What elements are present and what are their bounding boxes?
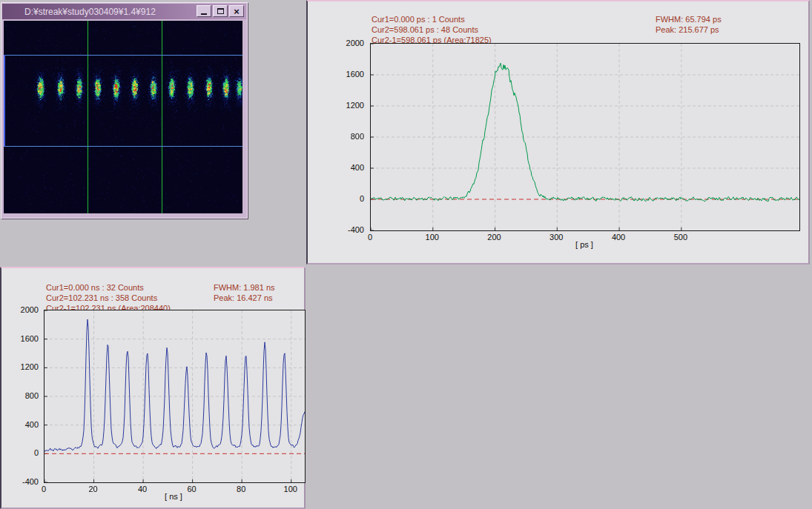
y-tick-label: 400 <box>25 420 39 429</box>
x-tick-label: 200 <box>487 233 501 242</box>
ns-profile-trace <box>44 310 305 482</box>
x-tick-label: 100 <box>284 485 297 493</box>
x-tick-label: 100 <box>426 233 439 242</box>
ns-profile-panel: Cur1=0.000 ns : 32 Counts Cur2=102.231 n… <box>0 267 306 509</box>
maximize-icon <box>217 8 224 14</box>
close-button[interactable]: × <box>229 5 244 17</box>
ns-fwhm-readout: FWHM: 1.981 ns <box>214 283 275 293</box>
ps-cur2-readout: Cur2=598.061 ps : 48 Counts <box>372 25 478 35</box>
roi-horizontal-cursor-2[interactable] <box>4 146 242 147</box>
y-tick-label: 800 <box>351 132 364 141</box>
streak-image <box>4 21 242 213</box>
close-icon: × <box>234 6 240 17</box>
ns-x-axis-unit: [ ns ] <box>165 492 182 501</box>
ps-profile-plot <box>370 43 800 231</box>
ps-cur1-readout: Cur1=0.000 ps : 1 Counts <box>372 15 465 24</box>
streak-image-window: D:¥streak¥study030409¥1.4¥912 × <box>1 2 248 219</box>
streak-image-display <box>4 21 242 213</box>
ps-profile-panel: Cur1=0.000 ps : 1 Counts Cur2=598.061 ps… <box>306 0 810 265</box>
ps-peak-readout: Peak: 215.677 ps <box>656 25 719 35</box>
minimize-button[interactable] <box>197 5 211 17</box>
y-tick-label: 400 <box>351 163 364 172</box>
window-controls: × <box>197 5 244 17</box>
application-screen: D:¥streak¥study030409¥1.4¥912 × Cur1=0.0… <box>0 0 812 509</box>
y-tick-label: 1200 <box>21 362 39 371</box>
y-tick-label: 0 <box>360 194 364 203</box>
x-tick-label: 40 <box>138 485 147 493</box>
window-titlebar[interactable]: D:¥streak¥study030409¥1.4¥912 × <box>2 4 246 19</box>
y-tick-label: 800 <box>25 391 39 400</box>
x-tick-label: 60 <box>187 485 196 493</box>
window-title: D:¥streak¥study030409¥1.4¥912 <box>24 7 156 17</box>
ns-profile-plot <box>44 310 306 483</box>
x-tick-label: 0 <box>42 485 46 493</box>
x-tick-label: 0 <box>368 233 372 242</box>
x-tick-label: 300 <box>549 233 563 242</box>
ps-profile-trace <box>371 44 799 230</box>
maximize-button[interactable] <box>213 5 228 17</box>
ps-x-axis-unit: [ ps ] <box>575 240 593 249</box>
ns-cur1-readout: Cur1=0.000 ns : 32 Counts <box>46 283 144 293</box>
x-tick-label: 80 <box>237 485 245 493</box>
roi-vertical-cursor-1[interactable] <box>88 21 88 213</box>
ps-fwhm-readout: FWHM: 65.794 ps <box>656 15 722 24</box>
y-tick-label: -400 <box>348 225 364 234</box>
ns-y-axis-labels: 2000160012008004000-400 <box>10 310 42 483</box>
ns-cur2-readout: Cur2=102.231 ns : 358 Counts <box>46 293 157 303</box>
y-tick-label: 2000 <box>346 39 364 47</box>
roi-horizontal-cursor-1[interactable] <box>4 55 242 56</box>
roi-left-edge-marker[interactable] <box>4 55 5 146</box>
x-tick-label: 20 <box>88 485 97 493</box>
x-tick-label: 400 <box>612 233 625 242</box>
y-tick-label: 1200 <box>346 101 364 110</box>
roi-vertical-cursor-2[interactable] <box>162 21 162 213</box>
y-tick-label: 1600 <box>346 70 364 79</box>
minimize-icon <box>201 13 207 15</box>
ps-y-axis-labels: 2000160012008004000-400 <box>336 43 367 231</box>
y-tick-label: 1600 <box>21 334 39 343</box>
y-tick-label: 0 <box>34 448 39 457</box>
ns-peak-readout: Peak: 16.427 ns <box>214 293 273 303</box>
y-tick-label: -400 <box>22 477 39 486</box>
x-tick-label: 500 <box>674 233 687 242</box>
y-tick-label: 2000 <box>21 305 39 314</box>
